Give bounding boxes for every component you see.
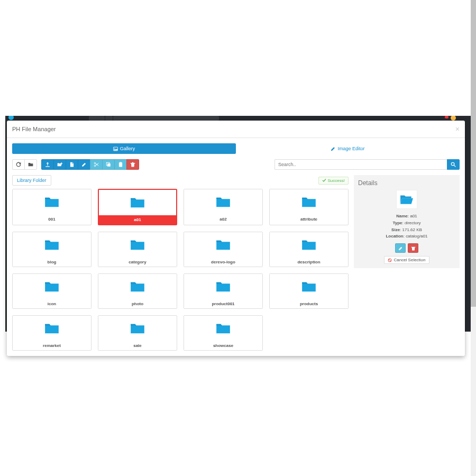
folder-icon (270, 189, 348, 215)
folder-open-icon (400, 194, 414, 205)
folder-icon (184, 316, 262, 341)
details-panel: Details Name: a01 Type: directory Size: … (354, 175, 460, 268)
tab-gallery-label: Gallery (120, 146, 135, 151)
details-delete-button[interactable] (408, 243, 418, 253)
status-badge: Success! (318, 177, 349, 185)
svg-rect-7 (120, 162, 122, 163)
close-icon[interactable]: × (455, 125, 460, 133)
folder-item[interactable]: category (98, 232, 177, 267)
modal-title: PH File Manager (12, 126, 56, 132)
folder-item[interactable]: remarket (12, 315, 91, 351)
folder-item[interactable]: 001 (12, 189, 91, 225)
parent-folder-button[interactable] (24, 159, 37, 170)
folder-icon (98, 232, 177, 258)
folder-label: products (270, 299, 348, 308)
folder-label: 001 (13, 215, 91, 224)
paste-button[interactable] (114, 159, 127, 170)
page-scrollbar[interactable] (471, 0, 476, 476)
svg-point-3 (94, 162, 96, 164)
cancel-selection-button[interactable]: Cancel Selection (384, 256, 429, 264)
refresh-button[interactable] (12, 159, 25, 170)
svg-point-8 (451, 162, 454, 166)
folder-item[interactable]: attribute (269, 189, 349, 225)
folder-item[interactable]: products (269, 273, 349, 309)
folder-icon (13, 316, 91, 341)
search-icon (451, 162, 456, 167)
svg-point-1 (114, 148, 115, 148)
file-manager-modal: PH File Manager × Gallery Image Editor (7, 121, 465, 356)
tab-gallery[interactable]: Gallery (12, 143, 236, 154)
folder-icon (13, 274, 91, 299)
upload-button[interactable] (41, 159, 54, 170)
check-icon (322, 178, 326, 182)
search-input[interactable] (274, 159, 447, 170)
brand-logo (8, 116, 14, 120)
folder-label: photo (98, 299, 177, 308)
details-title: Details (358, 179, 455, 187)
folder-item[interactable]: blog (12, 232, 91, 267)
status-text: Success! (328, 178, 345, 183)
trash-icon (130, 162, 135, 167)
folder-item[interactable]: a02 (184, 189, 263, 225)
svg-rect-6 (119, 162, 122, 167)
folder-label: category (98, 258, 177, 267)
folder-icon (270, 274, 348, 299)
folder-label: attribute (270, 215, 348, 224)
folder-icon (13, 232, 91, 258)
search-button[interactable] (447, 159, 460, 170)
pencil-icon (81, 162, 87, 167)
delete-button[interactable] (126, 159, 139, 170)
folder-icon (184, 274, 262, 299)
edit-icon (331, 147, 335, 151)
clipboard-icon (118, 162, 123, 167)
avatar (451, 116, 456, 121)
trash-icon (411, 246, 416, 251)
upload-icon (45, 162, 50, 167)
toolbar-group-nav (12, 159, 37, 170)
new-file-button[interactable] (66, 159, 78, 170)
folder-icon (184, 189, 262, 215)
details-edit-button[interactable] (395, 243, 406, 253)
folder-item[interactable]: icon (12, 273, 91, 309)
svg-rect-5 (107, 163, 111, 167)
tab-editor-label: Image Editor (337, 146, 364, 151)
folder-label: a01 (99, 215, 176, 224)
folder-icon (99, 190, 176, 215)
folder-item[interactable]: sale (98, 315, 177, 351)
folder-item[interactable]: a01 (98, 189, 177, 225)
folder-label: description (270, 258, 348, 267)
folder-label: a02 (184, 215, 262, 224)
notification-badge (445, 116, 448, 118)
folder-item[interactable]: product001 (184, 273, 263, 309)
svg-point-2 (94, 165, 96, 167)
refresh-icon (16, 162, 21, 167)
folder-item[interactable]: derevo-logo (184, 232, 263, 267)
copy-icon (106, 162, 111, 167)
rename-button[interactable] (78, 159, 90, 170)
toolbar-group-actions (41, 159, 139, 170)
folder-icon (28, 162, 33, 167)
folder-label: icon (13, 299, 91, 308)
breadcrumb-root[interactable]: Library Folder (12, 175, 51, 186)
folder-label: product001 (184, 299, 262, 308)
copy-button[interactable] (102, 159, 115, 170)
ban-icon (388, 258, 392, 262)
folder-icon (184, 232, 262, 258)
new-folder-button[interactable] (53, 159, 66, 170)
folder-icon (270, 232, 348, 258)
folder-open-icon (57, 162, 62, 167)
details-thumbnail (396, 190, 417, 209)
folder-label: showcase (184, 341, 262, 350)
folder-icon (98, 316, 177, 341)
folder-grid: 001a01a02attributeblogcategoryderevo-log… (12, 189, 349, 351)
folder-icon (13, 189, 91, 215)
folder-item[interactable]: description (269, 232, 349, 267)
cut-button[interactable] (90, 159, 103, 170)
folder-label: blog (13, 258, 91, 267)
pencil-icon (398, 246, 403, 251)
folder-item[interactable]: showcase (184, 315, 263, 351)
tab-image-editor[interactable]: Image Editor (236, 143, 460, 154)
folder-item[interactable]: photo (98, 273, 177, 309)
folder-icon (98, 274, 177, 299)
folder-label: sale (98, 341, 177, 350)
